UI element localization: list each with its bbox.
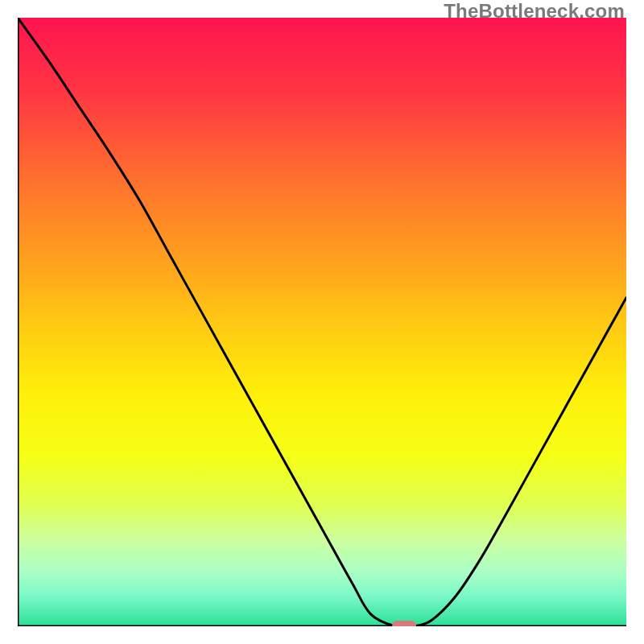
gradient-background: [18, 18, 626, 626]
optimal-marker: [392, 621, 416, 626]
plot-area: [18, 18, 626, 626]
bottleneck-chart: TheBottleneck.com: [0, 0, 644, 644]
chart-svg: [18, 18, 626, 626]
